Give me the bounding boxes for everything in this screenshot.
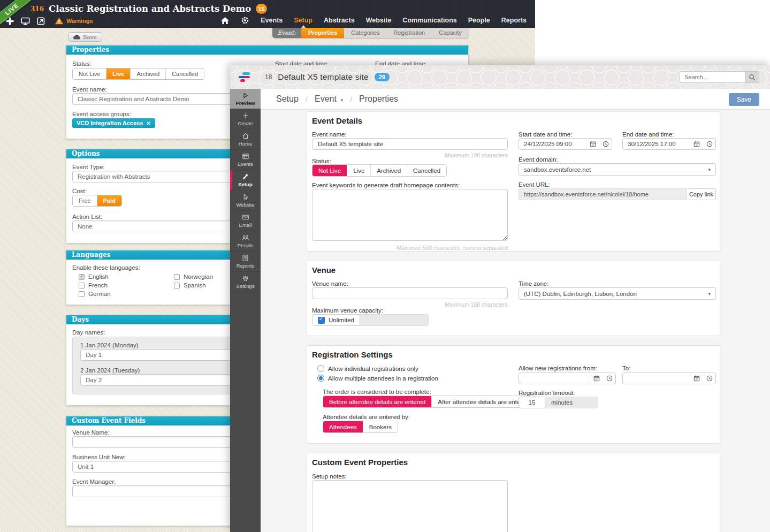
- breadcrumb-properties[interactable]: Properties: [359, 94, 398, 104]
- end-date-input[interactable]: 30/12/2025 17:00: [622, 138, 716, 150]
- sidebar-item-people[interactable]: People: [230, 231, 261, 252]
- subtab-categories[interactable]: Categories: [344, 28, 386, 38]
- start-date-input[interactable]: 24/12/2025 09:00: [519, 138, 612, 150]
- subtab-registration[interactable]: Registration: [387, 28, 432, 38]
- classic-setup-subnav: Event: Properties Categories Registratio…: [272, 28, 469, 38]
- status-not-live[interactable]: Not Live: [73, 69, 106, 79]
- radio-individual-registrations[interactable]: Allow individual registrations only: [317, 365, 418, 372]
- section-title: Venue: [312, 265, 336, 275]
- external-link-icon[interactable]: [36, 17, 45, 25]
- status-cancelled[interactable]: Cancelled: [407, 165, 446, 176]
- gear-icon[interactable]: [241, 16, 249, 25]
- report-document-icon: [242, 254, 249, 262]
- calendar-icon: [693, 375, 700, 382]
- subtab-properties[interactable]: Properties: [301, 28, 344, 38]
- subtab-capacity[interactable]: Capacity: [432, 28, 469, 38]
- checkbox-german[interactable]: German: [79, 291, 111, 297]
- status-not-live[interactable]: Not Live: [312, 165, 347, 176]
- timezone-select[interactable]: (UTC) Dublin, Edinburgh, Lisbon, London …: [519, 287, 716, 300]
- chevron-down-icon: ▾: [339, 97, 343, 103]
- sidebar-item-email[interactable]: Email: [230, 211, 261, 231]
- status-live[interactable]: Live: [106, 69, 130, 79]
- radio-selected-icon[interactable]: [317, 375, 324, 382]
- calendar-picker-button[interactable]: [586, 139, 599, 149]
- sidebar-item-website[interactable]: Website: [230, 191, 261, 211]
- checkbox-icon[interactable]: [174, 283, 180, 288]
- copy-link-button[interactable]: Copy link: [687, 188, 716, 200]
- venue-name-label: Venue name:: [312, 280, 348, 287]
- checkbox-icon[interactable]: [174, 274, 180, 280]
- event-domain-select[interactable]: sandbox.eventsforce.net ▾: [519, 163, 716, 176]
- sidebar-item-settings[interactable]: Settings: [230, 272, 261, 292]
- sidebar-item-setup[interactable]: Setup: [230, 170, 261, 191]
- classic-nav-setup[interactable]: Setup: [294, 17, 312, 24]
- x5-notification-badge[interactable]: 29: [375, 73, 390, 81]
- search-button[interactable]: [745, 71, 759, 83]
- sidebar-item-reports[interactable]: Reports: [230, 252, 261, 272]
- cost-paid[interactable]: Paid: [97, 195, 121, 206]
- x5-status-segment: Not Live Live Archived Cancelled: [312, 164, 447, 177]
- monitor-icon[interactable]: [20, 17, 30, 25]
- entered-bookers-button[interactable]: Bookers: [363, 421, 398, 432]
- checkbox-icon[interactable]: [79, 274, 85, 280]
- search-input[interactable]: [680, 71, 745, 83]
- venue-name-input[interactable]: [312, 287, 508, 299]
- access-groups-label: Event access groups:: [72, 111, 131, 117]
- classic-nav-reports[interactable]: Reports: [501, 17, 527, 24]
- classic-nav-communications[interactable]: Communications: [402, 17, 456, 24]
- status-cancelled[interactable]: Cancelled: [165, 69, 204, 79]
- status-archived[interactable]: Archived: [130, 69, 165, 79]
- checkbox-checked-icon[interactable]: [318, 317, 325, 324]
- keywords-textarea[interactable]: [312, 189, 508, 241]
- save-button[interactable]: Save: [729, 93, 759, 106]
- classic-nav-abstracts[interactable]: Abstracts: [324, 17, 355, 24]
- order-before-button[interactable]: Before attendee details are entered: [323, 396, 431, 407]
- registrations-to-input[interactable]: [622, 373, 716, 384]
- classic-nav-events[interactable]: Events: [261, 17, 283, 24]
- classic-save-button[interactable]: Save: [68, 32, 102, 42]
- calendar-icon: [593, 375, 600, 382]
- calendar-icon: [693, 141, 700, 147]
- clock-icon: [603, 141, 609, 147]
- cost-free[interactable]: Free: [73, 195, 97, 206]
- checkbox-french[interactable]: French: [79, 282, 108, 288]
- venue-capacity-group: Unlimited: [312, 314, 429, 326]
- time-picker-button[interactable]: [703, 139, 715, 149]
- breadcrumb-setup[interactable]: Setup: [276, 94, 299, 104]
- time-picker-button[interactable]: [703, 373, 715, 384]
- calendar-picker-button[interactable]: [690, 373, 703, 384]
- classic-notification-badge[interactable]: 15: [256, 4, 266, 14]
- time-picker-button[interactable]: [599, 139, 612, 149]
- calendar-picker-button[interactable]: [590, 373, 603, 384]
- sidebar-item-preview[interactable]: Preview: [230, 89, 261, 109]
- status-live[interactable]: Live: [347, 165, 370, 176]
- access-group-chip[interactable]: VCD Integration Access ✕: [72, 118, 155, 128]
- unlimited-checkbox[interactable]: Unlimited: [312, 314, 360, 326]
- checkbox-spanish[interactable]: Spanish: [174, 282, 206, 288]
- radio-icon[interactable]: [317, 365, 324, 372]
- calendar-picker-button[interactable]: [690, 139, 703, 149]
- registrations-from-input[interactable]: [519, 373, 616, 384]
- event-name-input[interactable]: [312, 138, 508, 150]
- time-picker-button[interactable]: [603, 373, 615, 384]
- entered-attendees-button[interactable]: Attendees: [323, 421, 363, 432]
- checkbox-english[interactable]: English: [79, 273, 109, 280]
- radio-multiple-attendees[interactable]: Allow multiple attendees in a registrati…: [317, 375, 438, 382]
- home-icon[interactable]: [220, 17, 230, 25]
- warnings-button[interactable]: Warnings: [55, 17, 93, 25]
- timeout-input[interactable]: 15: [519, 397, 545, 408]
- sidebar-item-home[interactable]: Home: [230, 130, 261, 150]
- checkbox-icon[interactable]: [79, 291, 85, 297]
- checkbox-norwegian[interactable]: Norwegian: [174, 273, 213, 280]
- close-icon[interactable]: ✕: [146, 120, 150, 126]
- breadcrumb-event[interactable]: Event ▾: [315, 94, 343, 104]
- business-unit-label: Business Unit New:: [72, 454, 126, 460]
- classic-event-id: 316: [31, 5, 44, 13]
- setup-notes-textarea[interactable]: [312, 480, 508, 532]
- sidebar-item-create[interactable]: Create: [230, 109, 261, 130]
- checkbox-icon[interactable]: [79, 283, 85, 288]
- status-archived[interactable]: Archived: [370, 165, 407, 176]
- classic-nav-people[interactable]: People: [468, 17, 490, 24]
- sidebar-item-events[interactable]: Events: [230, 150, 261, 170]
- classic-nav-website[interactable]: Website: [366, 17, 392, 24]
